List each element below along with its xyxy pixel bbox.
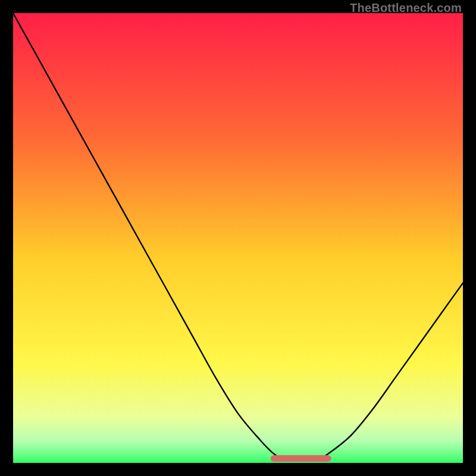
watermark-text: TheBottleneck.com <box>350 1 462 15</box>
gradient-background <box>13 13 463 463</box>
bottleneck-chart <box>13 13 463 463</box>
chart-frame <box>13 13 463 463</box>
